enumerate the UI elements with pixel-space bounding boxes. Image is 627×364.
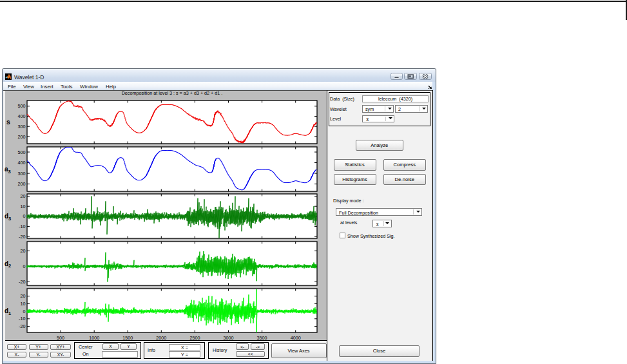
- svg-text:400: 400: [18, 113, 26, 119]
- svg-text:4000: 4000: [291, 335, 301, 341]
- svg-text:s: s: [6, 118, 10, 126]
- svg-text:20: 20: [21, 248, 26, 254]
- svg-text:-20: -20: [19, 323, 25, 329]
- svg-text:500: 500: [57, 335, 64, 341]
- svg-text:2500: 2500: [189, 335, 200, 341]
- svg-text:-10: -10: [19, 316, 25, 321]
- svg-text:d2: d2: [5, 260, 11, 269]
- svg-text:20: 20: [21, 193, 26, 199]
- svg-text:0: 0: [23, 263, 26, 269]
- svg-text:20: 20: [21, 293, 26, 299]
- svg-text:-10: -10: [19, 224, 25, 229]
- svg-text:3500: 3500: [257, 335, 267, 341]
- svg-text:300: 300: [18, 124, 26, 129]
- svg-text:Decomposition at level 3 : s =: Decomposition at level 3 : s = a3 + d3 +…: [122, 90, 223, 96]
- svg-text:2000: 2000: [156, 335, 166, 341]
- svg-text:10: 10: [21, 301, 26, 307]
- svg-text:d3: d3: [5, 213, 11, 222]
- svg-text:200: 200: [18, 134, 26, 140]
- svg-text:1500: 1500: [122, 335, 133, 341]
- svg-text:d1: d1: [5, 307, 11, 316]
- svg-text:-20: -20: [19, 234, 25, 240]
- svg-text:0: 0: [23, 309, 26, 314]
- svg-text:300: 300: [18, 171, 26, 177]
- svg-text:10: 10: [21, 204, 26, 209]
- svg-text:400: 400: [18, 160, 26, 166]
- svg-text:0: 0: [23, 213, 26, 219]
- svg-text:-20: -20: [19, 279, 25, 285]
- svg-text:a3: a3: [5, 166, 11, 175]
- svg-text:3000: 3000: [224, 335, 234, 341]
- svg-text:200: 200: [18, 181, 26, 187]
- svg-text:1000: 1000: [89, 335, 99, 341]
- svg-text:500: 500: [18, 149, 26, 155]
- svg-text:500: 500: [18, 103, 26, 109]
